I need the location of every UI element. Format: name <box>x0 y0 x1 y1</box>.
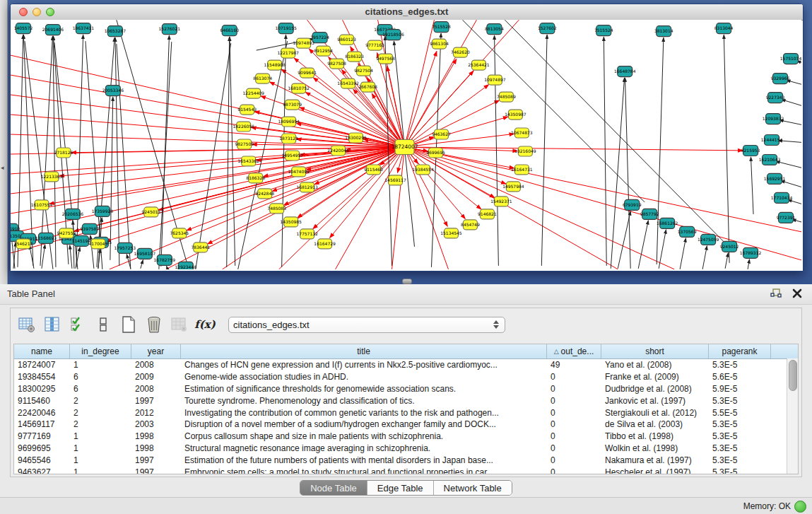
table-cell[interactable]: 18724007 <box>14 360 70 370</box>
table-cell[interactable]: 5.3E-5 <box>709 360 771 370</box>
table-cell[interactable]: Estimation of the future numbers of pati… <box>181 455 547 465</box>
table-cell[interactable]: 0 <box>547 443 601 453</box>
table-cell[interactable]: Investigating the contribution of common… <box>181 408 547 418</box>
table-cell[interactable]: 0 <box>547 467 601 474</box>
citation-edge-black[interactable] <box>86 41 102 269</box>
table-cell[interactable]: 1997 <box>131 455 181 465</box>
table-cell[interactable]: 1997 <box>131 467 181 474</box>
citation-edge-black[interactable] <box>604 37 606 266</box>
column-header-in_degree[interactable]: in_degree <box>70 344 131 358</box>
citation-edge-black[interactable] <box>724 35 729 263</box>
column-header-year[interactable]: year <box>131 344 181 358</box>
table-cell[interactable]: Wolkin et al. (1998) <box>601 443 709 453</box>
table-cell[interactable]: 6 <box>70 372 131 382</box>
table-cell[interactable]: Franke et al. (2009) <box>601 372 709 382</box>
table-cell[interactable]: Disruption of a novel member of a sodium… <box>181 419 547 429</box>
column-header-title[interactable]: title <box>181 344 547 358</box>
table-row[interactable]: 2242004622012Investigating the contribut… <box>14 407 798 419</box>
table-cell[interactable]: 0 <box>547 408 601 418</box>
citation-edge-black[interactable] <box>40 36 53 266</box>
table-row[interactable]: 946554611997Estimation of the future num… <box>14 454 798 466</box>
table-cell[interactable]: Tibbo et al. (1998) <box>601 431 709 441</box>
citation-edge-black[interactable] <box>748 259 749 269</box>
table-cell[interactable]: 2 <box>70 419 131 429</box>
table-cell[interactable]: 9465546 <box>14 455 70 465</box>
table-cell[interactable]: 2 <box>70 396 131 406</box>
select-columns-icon[interactable] <box>67 314 88 335</box>
table-cell[interactable]: Structural magnetic resonance image aver… <box>181 443 547 453</box>
citation-edge-black[interactable] <box>751 157 753 214</box>
show-columns-icon[interactable] <box>42 314 63 335</box>
citation-edge-black[interactable] <box>638 221 648 269</box>
citation-edge-black[interactable] <box>657 37 664 264</box>
table-row[interactable]: 1830029562008Estimation of significance … <box>14 383 798 395</box>
citation-edge-red[interactable] <box>11 115 405 147</box>
table-cell[interactable]: 5.9E-5 <box>709 384 771 394</box>
table-cell[interactable]: Stergiakouli et al. (2012) <box>601 408 709 418</box>
table-cell[interactable]: 2008 <box>131 384 181 394</box>
table-cell[interactable]: 18300295 <box>14 384 70 394</box>
table-row[interactable]: 1938455462009Genome-wide association stu… <box>14 371 798 383</box>
citation-edge-black[interactable] <box>781 181 801 189</box>
citation-edge-black[interactable] <box>782 100 801 107</box>
table-cell[interactable]: 5.5E-5 <box>709 408 771 418</box>
citation-edge-black[interactable] <box>541 35 547 266</box>
network-window-titlebar[interactable]: citations_edges.txt <box>11 4 803 21</box>
network-view-window[interactable]: citations_edges.txt 14055722069140618637… <box>10 4 804 271</box>
citation-edge-black[interactable] <box>167 266 167 268</box>
citation-edge-black[interactable] <box>779 120 801 126</box>
table-cell[interactable]: 0 <box>547 384 601 394</box>
table-row[interactable]: 1872400712008Changes of HCN gene express… <box>14 359 798 371</box>
table-cell[interactable]: 2008 <box>131 360 181 370</box>
column-header-out_de[interactable]: △out_de... <box>547 344 601 358</box>
table-cell[interactable]: 5.3E-5 <box>709 419 771 429</box>
panel-expand-arrow-icon[interactable]: ◂ <box>1 164 4 171</box>
row-height-icon[interactable] <box>93 314 114 335</box>
table-cell[interactable]: 5.3E-5 <box>709 431 771 441</box>
citation-edge-black[interactable] <box>787 80 801 87</box>
network-graph[interactable]: 1405572206914061863741110653287152760216… <box>11 20 801 269</box>
citation-edge-black[interactable] <box>680 238 686 269</box>
citation-edge-black[interactable] <box>110 97 113 260</box>
table-cell[interactable]: 2012 <box>131 408 181 418</box>
column-header-pagerank[interactable]: pagerank <box>709 344 771 358</box>
citation-edge-black[interactable] <box>30 245 34 269</box>
table-row[interactable]: 911546021997Tourette syndrome. Phenomeno… <box>14 395 798 407</box>
table-vertical-scrollbar[interactable] <box>787 358 798 474</box>
table-cell[interactable]: Genome-wide association studies in ADHD. <box>181 372 547 382</box>
table-settings-icon[interactable] <box>16 314 37 335</box>
table-cell[interactable]: 0 <box>547 372 601 382</box>
table-row[interactable]: 977716911998Corpus callosum shape and si… <box>14 431 798 443</box>
tab-network-table[interactable]: Network Table <box>434 481 512 495</box>
table-cell[interactable]: 5.3E-5 <box>709 396 771 406</box>
table-cell[interactable]: 22420046 <box>14 408 70 418</box>
table-cell[interactable]: 14569117 <box>14 419 70 429</box>
tab-edge-table[interactable]: Edge Table <box>367 481 434 495</box>
table-cell[interactable]: Embryonic stem cells: a model to study s… <box>181 467 547 474</box>
table-cell[interactable]: 0 <box>547 419 601 429</box>
citation-edge-red[interactable] <box>392 147 405 269</box>
table-cell[interactable]: Nakamura et al. (1997) <box>601 455 709 465</box>
table-selector-dropdown[interactable]: citations_edges.txt <box>228 317 505 333</box>
new-table-icon[interactable] <box>118 314 139 335</box>
table-cell[interactable]: 5.3E-5 <box>709 467 771 474</box>
table-cell[interactable]: 0 <box>547 455 601 465</box>
citation-edge-black[interactable] <box>776 161 801 168</box>
table-cell[interactable]: 9463627 <box>14 467 70 474</box>
table-cell[interactable]: Corpus callosum shape and size in male p… <box>181 431 547 441</box>
citation-edge-black[interactable] <box>505 20 726 245</box>
function-builder-icon[interactable]: f(x) <box>194 314 216 335</box>
table-cell[interactable]: 9777169 <box>14 431 70 441</box>
citation-edge-black[interactable] <box>42 245 45 269</box>
column-header-short[interactable]: short <box>601 344 709 358</box>
table-cell[interactable]: 1998 <box>131 431 181 441</box>
table-cell[interactable]: Tourette syndrome. Phenomenology and cla… <box>181 396 547 406</box>
citation-edge-black[interactable] <box>625 78 630 269</box>
table-cell[interactable]: Dudbridge et al. (2008) <box>601 384 709 394</box>
citation-edge-black[interactable] <box>141 260 143 269</box>
citation-edge-black[interactable] <box>788 200 801 206</box>
table-cell[interactable]: Hescheler et al. (1997) <box>601 467 709 474</box>
citation-edge-black[interactable] <box>659 230 666 269</box>
citation-edge-red[interactable] <box>405 147 801 260</box>
splitter-grip[interactable] <box>402 279 412 284</box>
